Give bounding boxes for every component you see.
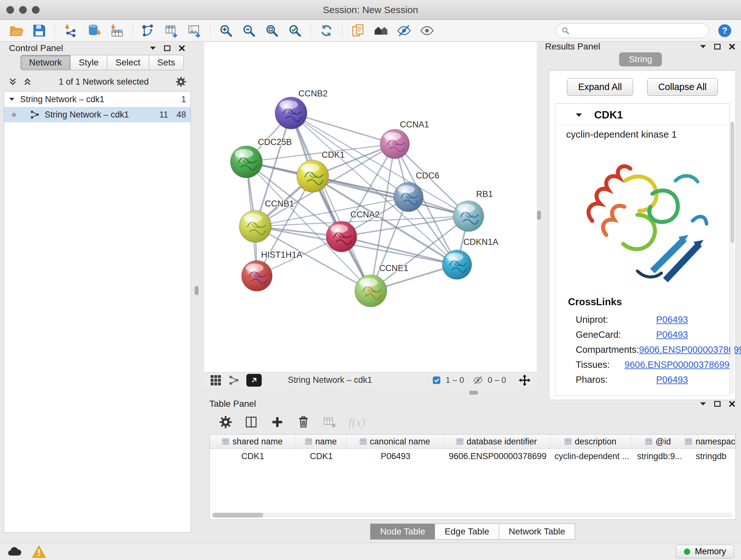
crosslink-genecard-link[interactable]: P06493 (656, 329, 688, 340)
minimize-window-button[interactable] (19, 6, 27, 14)
tree-expand-icon[interactable] (9, 97, 15, 102)
column-header-description[interactable]: description (550, 435, 631, 449)
cell-namespace[interactable]: stringdb (687, 449, 736, 463)
import-table-file-button[interactable] (110, 23, 124, 38)
network-edge[interactable] (291, 113, 371, 291)
cell-description[interactable]: cyclin-dependent ... (551, 449, 632, 463)
network-node-cdk1[interactable] (297, 160, 329, 192)
column-header-canonical-name[interactable]: canonical name (347, 435, 444, 449)
crosslink-tissues-link[interactable]: 9606.ENSP00000378699 (624, 360, 730, 370)
expand-all-icon[interactable] (23, 77, 32, 86)
network-row-selected[interactable]: String Network – cdk1 11 48 (4, 107, 191, 122)
hide-selected-button[interactable] (397, 23, 411, 38)
network-options-gear-icon[interactable] (176, 76, 186, 87)
zoom-selected-button[interactable] (287, 23, 302, 38)
selected-checkbox-icon[interactable] (432, 376, 441, 385)
fit-crosshair-icon[interactable] (518, 374, 531, 387)
cell-database-identifier[interactable]: 9606.ENSP00000378699 (444, 449, 551, 463)
column-header-shared-name[interactable]: shared name (210, 435, 295, 449)
control-panel-menu-icon[interactable] (149, 46, 156, 51)
network-edge[interactable] (291, 113, 395, 144)
tab-sets[interactable]: Sets (149, 55, 184, 70)
tab-node-table[interactable]: Node Table (370, 523, 434, 540)
cell-canonical-name[interactable]: P06493 (347, 449, 444, 463)
open-in-browser-button[interactable] (246, 374, 262, 387)
network-node-cdc25b[interactable] (230, 146, 262, 178)
zoom-fit-button[interactable] (265, 23, 279, 38)
birdseye-grid-icon[interactable] (210, 374, 221, 386)
column-header-namespace[interactable]: namespac (685, 435, 736, 449)
network-node-cdc6[interactable] (394, 182, 423, 212)
zoom-in-button[interactable] (219, 23, 233, 38)
network-node-ccne1[interactable] (355, 275, 387, 307)
string-network-icon[interactable] (228, 375, 239, 386)
search-box[interactable] (556, 23, 709, 38)
new-network-button[interactable] (141, 23, 156, 38)
network-node-cdkn1a[interactable] (442, 250, 472, 279)
cell-name[interactable]: CDK1 (296, 449, 347, 463)
copy-document-button[interactable] (351, 23, 365, 38)
tab-string[interactable]: String (619, 52, 662, 66)
maximize-window-button[interactable] (32, 6, 40, 14)
control-panel-float-icon[interactable] (164, 45, 171, 51)
table-panel-menu-icon[interactable] (699, 401, 706, 406)
show-columns-icon[interactable] (244, 415, 259, 429)
network-node-hist1h1a[interactable] (242, 260, 272, 291)
hidden-eye-slash-icon[interactable] (473, 375, 483, 385)
cell-shared-name[interactable]: CDK1 (210, 449, 296, 463)
tab-style[interactable]: Style (70, 55, 107, 70)
tab-edge-table[interactable]: Edge Table (434, 523, 499, 540)
gene-collapse-icon[interactable] (575, 113, 583, 118)
delete-column-icon[interactable] (296, 415, 311, 429)
graphics-details-button[interactable] (420, 23, 434, 38)
results-panel-menu-icon[interactable] (699, 44, 706, 49)
collapse-all-icon[interactable] (8, 77, 17, 86)
crosslink-uniprot-link[interactable]: P06493 (656, 314, 688, 325)
table-options-gear-icon[interactable] (219, 415, 232, 429)
bottom-splitter-handle[interactable] (469, 391, 478, 395)
column-header-name[interactable]: name (295, 435, 347, 449)
help-button[interactable]: ? (718, 23, 732, 38)
network-node-ccnb2[interactable] (275, 97, 307, 129)
table-row[interactable]: CDK1 CDK1 P06493 9606.ENSP00000378699 cy… (210, 449, 736, 463)
control-panel-close-icon[interactable] (178, 44, 186, 52)
column-header-id[interactable]: @id (631, 435, 685, 449)
tab-network[interactable]: Network (20, 55, 70, 70)
table-horizontal-scrollbar[interactable] (212, 513, 733, 517)
open-session-button[interactable] (9, 23, 23, 38)
memory-button[interactable]: Memory (676, 545, 734, 558)
close-window-button[interactable] (6, 6, 14, 14)
network-collection-row[interactable]: String Network – cdk1 1 (4, 91, 191, 107)
zoom-out-button[interactable] (242, 23, 256, 38)
left-splitter-handle[interactable] (195, 286, 199, 295)
save-session-button[interactable] (32, 23, 47, 38)
network-node-ccna1[interactable] (380, 129, 409, 159)
network-node-ccna2[interactable] (326, 221, 357, 252)
search-input[interactable] (573, 25, 704, 36)
cloud-icon[interactable] (7, 546, 22, 557)
tab-select[interactable]: Select (107, 55, 149, 70)
add-column-icon[interactable] (270, 415, 285, 429)
cell-id[interactable]: stringdb:9... (632, 449, 687, 463)
results-panel-float-icon[interactable] (714, 44, 721, 50)
warning-icon[interactable] (32, 545, 46, 558)
import-network-database-button[interactable] (86, 23, 101, 38)
export-table-button[interactable] (164, 23, 179, 38)
collapse-all-button[interactable]: Collapse All (647, 78, 718, 96)
network-graph[interactable]: CCNB2CCNA1CDC25BCDK1CDC6RB1CCNB1CCNA2CDK… (204, 42, 537, 372)
refresh-button[interactable] (319, 23, 334, 38)
home-networks-button[interactable] (374, 23, 388, 38)
network-node-ccnb1[interactable] (239, 210, 271, 242)
import-network-file-button[interactable] (64, 23, 78, 38)
results-panel-close-icon[interactable] (728, 43, 736, 51)
table-panel-close-icon[interactable] (728, 400, 736, 408)
network-canvas[interactable]: CCNB2CCNA1CDC25BCDK1CDC6RB1CCNB1CCNA2CDK… (204, 42, 537, 372)
table-panel-float-icon[interactable] (714, 401, 721, 407)
crosslink-pharos-link[interactable]: P06493 (656, 374, 688, 385)
network-node-rb1[interactable] (453, 201, 484, 232)
column-header-database-identifier[interactable]: database identifier (444, 435, 550, 449)
export-image-button[interactable] (187, 23, 202, 38)
crosslink-compartments-link[interactable]: 9606.ENSP00000378699 (639, 345, 741, 355)
gene-card-header[interactable]: CDK1 (555, 104, 730, 125)
expand-all-button[interactable]: Expand All (567, 78, 633, 96)
